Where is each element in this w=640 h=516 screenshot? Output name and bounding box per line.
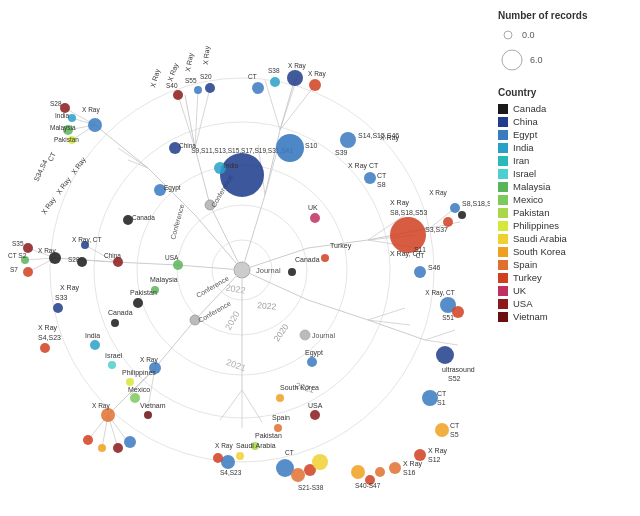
- svg-text:Philippines: Philippines: [122, 369, 156, 377]
- svg-point-92: [458, 211, 466, 219]
- country-swatch: [498, 260, 508, 270]
- legend-area: Number of records 0.0 6.0 Country Canada…: [490, 0, 640, 516]
- country-legend-item: China: [498, 116, 632, 127]
- svg-point-171: [287, 70, 303, 86]
- size-row-max: 6.0: [498, 46, 543, 74]
- country-legend-item: UK: [498, 285, 632, 296]
- svg-text:Journal: Journal: [312, 332, 335, 339]
- country-swatch: [498, 247, 508, 257]
- svg-text:S16: S16: [403, 469, 416, 476]
- size-row-min: 0.0: [498, 25, 535, 45]
- svg-text:ultrasound: ultrasound: [442, 366, 475, 373]
- size-max-label: 6.0: [530, 55, 543, 65]
- svg-point-169: [270, 77, 280, 87]
- svg-text:S21-S38: S21-S38: [298, 484, 324, 491]
- svg-point-247: [502, 50, 522, 70]
- svg-point-197: [300, 330, 310, 340]
- svg-text:Canada: Canada: [295, 256, 320, 263]
- svg-point-82: [340, 132, 356, 148]
- svg-point-84: [364, 172, 376, 184]
- chart-area: 2020 2021 2022 2020 2021 2022 Journal: [0, 0, 490, 516]
- country-swatch: [498, 143, 508, 153]
- country-legend-item: Pakistan: [498, 207, 632, 218]
- country-name-label: South Korea: [513, 246, 566, 257]
- svg-text:Malaysia: Malaysia: [150, 276, 178, 284]
- country-swatch: [498, 208, 508, 218]
- country-legend: CanadaChinaEgyptIndiaIranIsraelMalaysiaM…: [498, 103, 632, 322]
- svg-text:India: India: [224, 162, 238, 169]
- svg-text:X Ray: X Ray: [38, 247, 56, 255]
- svg-text:USA: USA: [165, 254, 179, 261]
- svg-text:Israel: Israel: [105, 352, 123, 359]
- svg-text:Malaysia: Malaysia: [50, 124, 76, 132]
- svg-text:CT: CT: [377, 172, 387, 179]
- svg-point-165: [205, 83, 215, 93]
- svg-text:S4,S23: S4,S23: [220, 469, 242, 476]
- svg-point-208: [276, 394, 284, 402]
- svg-point-161: [173, 90, 183, 100]
- country-swatch: [498, 156, 508, 166]
- svg-text:2022: 2022: [257, 300, 277, 312]
- country-name-label: Mexico: [513, 194, 543, 205]
- svg-text:CT S2: CT S2: [8, 252, 27, 259]
- svg-text:S51: S51: [442, 314, 454, 321]
- svg-point-246: [504, 31, 512, 39]
- svg-text:X Ray: X Ray: [82, 106, 100, 114]
- svg-point-137: [23, 267, 33, 277]
- country-swatch: [498, 221, 508, 231]
- svg-text:S28: S28: [68, 256, 80, 263]
- svg-text:Canada: Canada: [108, 309, 133, 316]
- svg-text:S40: S40: [166, 82, 178, 89]
- svg-text:Canada: Canada: [132, 214, 155, 221]
- svg-point-238: [40, 343, 50, 353]
- svg-point-128: [213, 453, 223, 463]
- svg-text:China: China: [104, 252, 121, 259]
- country-swatch: [498, 234, 508, 244]
- country-name-label: Turkey: [513, 272, 542, 283]
- svg-point-122: [291, 468, 305, 482]
- svg-point-105: [422, 390, 438, 406]
- svg-text:China: China: [179, 142, 196, 149]
- country-swatch: [498, 312, 508, 322]
- svg-text:S8: S8: [377, 181, 386, 188]
- svg-text:S4,S23: S4,S23: [38, 334, 61, 341]
- country-swatch: [498, 286, 508, 296]
- svg-point-224: [90, 340, 100, 350]
- size-min-label: 0.0: [522, 30, 535, 40]
- svg-text:South Korea: South Korea: [280, 384, 319, 391]
- svg-point-226: [108, 361, 116, 369]
- svg-point-124: [312, 454, 328, 470]
- svg-text:X Ray CT: X Ray CT: [348, 162, 379, 170]
- svg-text:S12: S12: [428, 456, 441, 463]
- country-legend-item: USA: [498, 298, 632, 309]
- svg-point-188: [98, 444, 106, 452]
- country-legend-item: Canada: [498, 103, 632, 114]
- country-name-label: Saudi Arabia: [513, 233, 567, 244]
- svg-text:USA: USA: [308, 402, 323, 409]
- svg-text:CT: CT: [285, 449, 294, 456]
- svg-point-202: [310, 213, 320, 223]
- svg-text:Egypt: Egypt: [164, 184, 181, 192]
- svg-text:S8,S18,S53: S8,S18,S53: [390, 209, 427, 216]
- svg-text:X Ray, CT: X Ray, CT: [72, 236, 102, 244]
- country-swatch: [498, 169, 508, 179]
- country-legend-item: Iran: [498, 155, 632, 166]
- svg-point-143: [68, 114, 76, 122]
- country-swatch: [498, 130, 508, 140]
- country-swatch: [498, 273, 508, 283]
- country-name-label: China: [513, 116, 538, 127]
- svg-point-102: [436, 346, 454, 364]
- svg-text:X Ray: X Ray: [140, 356, 158, 364]
- svg-text:S46: S46: [428, 264, 441, 271]
- svg-point-91: [443, 217, 453, 227]
- svg-point-139: [88, 118, 102, 132]
- svg-text:S5: S5: [450, 431, 459, 438]
- svg-text:India: India: [55, 112, 69, 119]
- svg-text:X Ray: X Ray: [92, 402, 110, 410]
- svg-point-117: [351, 465, 365, 479]
- country-legend-item: Saudi Arabia: [498, 233, 632, 244]
- svg-point-94: [414, 266, 426, 278]
- size-legend: 0.0 6.0: [498, 25, 632, 75]
- svg-text:X Ray: X Ray: [308, 70, 326, 78]
- country-legend-item: Philippines: [498, 220, 632, 231]
